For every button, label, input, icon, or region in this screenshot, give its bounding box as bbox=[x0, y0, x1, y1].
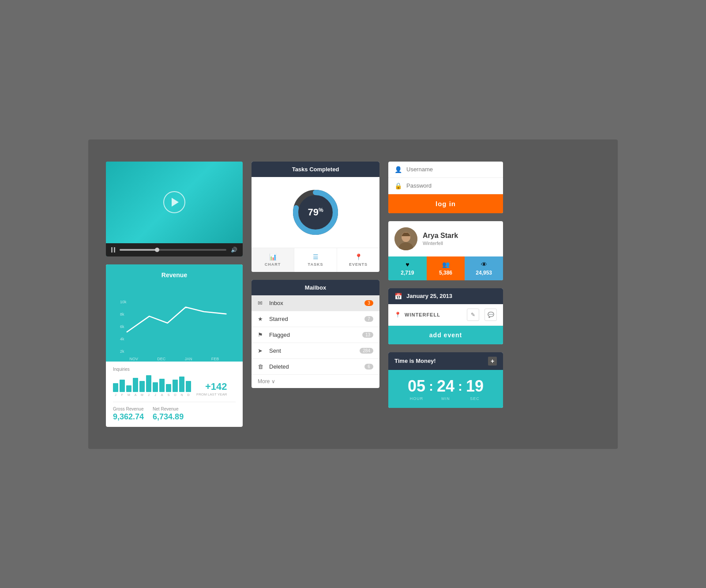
starred-badge: 7 bbox=[364, 316, 373, 322]
timer-hours: 05 HOUR bbox=[408, 377, 425, 401]
progress-handle[interactable] bbox=[155, 248, 159, 252]
seconds-label: SEC bbox=[466, 396, 484, 401]
deleted-badge: 6 bbox=[364, 364, 373, 369]
inbox-badge: 3 bbox=[364, 300, 373, 306]
play-icon bbox=[172, 198, 179, 207]
pause-button[interactable] bbox=[111, 247, 115, 253]
video-player: 🔊 bbox=[106, 162, 243, 256]
from-label: FROM LAST YEAR bbox=[196, 392, 227, 396]
timer-card: Time is Money! + 05 HOUR : 24 MIN : 19 S… bbox=[388, 352, 503, 408]
mail-item-deleted[interactable]: 🗑 Deleted 6 bbox=[252, 359, 379, 375]
net-revenue-label: Net Revenue bbox=[153, 407, 184, 411]
minutes-label: MIN bbox=[437, 396, 454, 401]
timer-seconds: 19 SEC bbox=[466, 377, 484, 401]
user-icon: 👤 bbox=[394, 166, 402, 173]
lock-icon: 🔒 bbox=[394, 182, 402, 189]
username-input[interactable] bbox=[406, 166, 497, 173]
progress-fill bbox=[120, 249, 157, 251]
gross-net-row: Gross Revenue 9,362.74 Net Revenue 6,734… bbox=[113, 402, 236, 422]
password-input[interactable] bbox=[406, 182, 497, 189]
timer-plus-button[interactable]: + bbox=[488, 357, 497, 366]
event-header: 📅 January 25, 2013 bbox=[388, 288, 503, 304]
flagged-label: Flagged bbox=[269, 332, 362, 338]
column-1: 🔊 Revenue 10k 8k 6k 4k 2k 0 bbox=[106, 162, 243, 427]
profile-stats: ♥ 2,719 👥 5,386 👁 24,953 bbox=[388, 256, 503, 280]
mail-item-starred[interactable]: ★ Starred 7 bbox=[252, 311, 379, 327]
net-revenue-value: 6,734.89 bbox=[153, 412, 184, 422]
hours-value: 05 bbox=[408, 377, 425, 396]
mailbox-header: Mailbox bbox=[252, 280, 379, 295]
mail-item-inbox[interactable]: ✉ Inbox 3 bbox=[252, 295, 379, 311]
events-tab-label: EVENTS bbox=[349, 262, 368, 267]
event-location-row: 📍 WINTERFELL ✎ 💬 bbox=[388, 304, 503, 326]
tab-events[interactable]: 📍 EVENTS bbox=[337, 248, 379, 272]
timer-colon-1: : bbox=[429, 379, 433, 399]
revenue-stats: Inquiries bbox=[106, 362, 243, 427]
calendar-icon: 📅 bbox=[394, 293, 402, 300]
pause-bar-2 bbox=[114, 247, 115, 253]
profile-stat-followers[interactable]: 👥 5,386 bbox=[427, 256, 465, 280]
edit-button[interactable]: ✎ bbox=[467, 309, 479, 321]
bar-chart bbox=[113, 374, 191, 392]
mail-item-flagged[interactable]: ⚑ Flagged 13 bbox=[252, 327, 379, 343]
volume-icon[interactable]: 🔊 bbox=[231, 247, 237, 253]
inquiries-section: Inquiries bbox=[113, 367, 236, 396]
deleted-label: Deleted bbox=[269, 363, 364, 370]
profile-info: Arya Stark Winterfell bbox=[423, 232, 458, 246]
line-chart-svg bbox=[113, 282, 236, 355]
revenue-chart-area: Revenue 10k 8k 6k 4k 2k 0 NOV bbox=[106, 264, 243, 362]
profile-stat-views[interactable]: 👁 24,953 bbox=[465, 256, 503, 280]
play-button[interactable] bbox=[163, 191, 185, 213]
donut-chart: 79% bbox=[289, 186, 342, 239]
seconds-value: 19 bbox=[466, 377, 484, 396]
avatar bbox=[394, 227, 417, 250]
sent-label: Sent bbox=[269, 347, 360, 354]
mail-item-sent[interactable]: ➤ Sent 284 bbox=[252, 343, 379, 359]
revenue-card: Revenue 10k 8k 6k 4k 2k 0 NOV bbox=[106, 264, 243, 427]
timer-colon-2: : bbox=[458, 379, 462, 399]
progress-bar[interactable] bbox=[120, 249, 226, 251]
chart-tab-icon: 📊 bbox=[269, 253, 277, 260]
location-icon: 📍 bbox=[394, 312, 401, 318]
add-event-button[interactable]: add event bbox=[388, 326, 503, 344]
message-button[interactable]: 💬 bbox=[484, 309, 497, 321]
timer-title: Time is Money! bbox=[394, 358, 436, 364]
login-button[interactable]: log in bbox=[388, 194, 503, 213]
gross-revenue-value: 9,362.74 bbox=[113, 412, 144, 422]
profile-stat-likes[interactable]: ♥ 2,719 bbox=[388, 256, 427, 280]
last-year-badge: +142 FROM LAST YEAR bbox=[196, 381, 227, 396]
donut-area: 79% bbox=[252, 177, 379, 248]
main-container: 🔊 Revenue 10k 8k 6k 4k 2k 0 bbox=[88, 139, 618, 449]
bar-x-labels: J F M A M J J A S O N D bbox=[113, 393, 191, 396]
column-3: 👤 🔒 log in bbox=[388, 162, 503, 427]
chart-x-labels: NOV DEC JAN FEB bbox=[113, 355, 236, 363]
profile-location: Winterfell bbox=[423, 241, 458, 246]
gross-revenue-stat: Gross Revenue 9,362.74 bbox=[113, 407, 144, 422]
timer-display: 05 HOUR : 24 MIN : 19 SEC bbox=[388, 370, 503, 408]
event-date: January 25, 2013 bbox=[406, 293, 452, 299]
tasks-header: Tasks Completed bbox=[252, 162, 379, 177]
event-location: WINTERFELL bbox=[405, 312, 462, 317]
mail-more-button[interactable]: More ∨ bbox=[252, 375, 379, 388]
video-screen[interactable] bbox=[106, 162, 243, 243]
tab-chart[interactable]: 📊 CHART bbox=[252, 248, 294, 272]
mailbox-card: Mailbox ✉ Inbox 3 ★ Starred 7 ⚑ Flagged … bbox=[252, 280, 379, 388]
avatar-svg bbox=[394, 227, 417, 250]
column-2: Tasks Completed 79% bbox=[252, 162, 379, 427]
starred-label: Starred bbox=[269, 316, 364, 322]
followers-icon: 👥 bbox=[430, 261, 462, 268]
profile-card: Arya Stark Winterfell ♥ 2,719 👥 5,386 👁 … bbox=[388, 221, 503, 280]
starred-icon: ★ bbox=[258, 316, 265, 322]
tasks-tab-label: TASKS bbox=[308, 262, 323, 267]
username-row: 👤 bbox=[388, 162, 503, 178]
tasks-card: Tasks Completed 79% bbox=[252, 162, 379, 272]
revenue-title: Revenue bbox=[113, 271, 236, 279]
profile-name: Arya Stark bbox=[423, 232, 458, 240]
password-row: 🔒 bbox=[388, 178, 503, 194]
login-card: 👤 🔒 log in bbox=[388, 162, 503, 213]
followers-value: 5,386 bbox=[430, 270, 462, 276]
hours-label: HOUR bbox=[408, 396, 425, 401]
chart-y-labels: 10k 8k 6k 4k 2k 0 bbox=[120, 300, 127, 366]
tab-tasks[interactable]: ☰ TASKS bbox=[294, 248, 337, 272]
views-value: 24,953 bbox=[468, 270, 499, 276]
